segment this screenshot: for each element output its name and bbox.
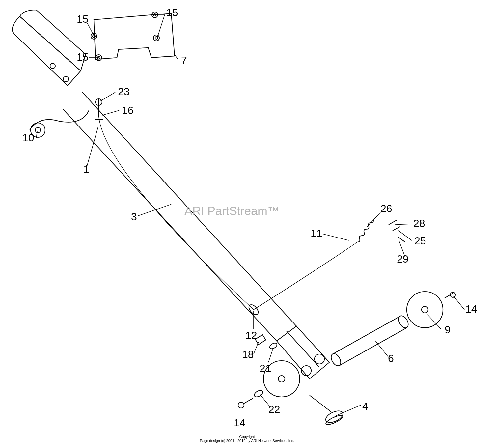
callout-9: 9 [445,324,451,336]
svg-point-25 [324,408,345,425]
callout-4: 4 [362,400,368,412]
svg-point-8 [91,33,97,39]
callout-23: 23 [118,86,130,98]
watermark-text: ARI PartStream™ [184,204,279,218]
callout-21: 21 [260,362,271,375]
svg-point-19 [422,306,428,313]
svg-point-18 [407,292,443,328]
callout-15: 15 [77,13,89,25]
callout-26: 26 [380,203,392,215]
copyright-line1: Copyright [198,435,296,439]
callout-28: 28 [413,217,425,230]
callout-18: 18 [242,349,254,361]
callout-10: 10 [22,132,34,144]
callout-12: 12 [245,329,257,342]
svg-point-3 [35,127,41,133]
svg-point-27 [269,342,278,350]
svg-point-22 [278,376,285,382]
svg-point-5 [315,354,324,364]
svg-point-1 [63,76,69,82]
parts-diagram: 15 15 15 7 23 16 10 1 3 11 26 28 25 29 1… [0,0,494,448]
callout-15: 15 [166,7,178,19]
callout-16: 16 [122,104,134,117]
callout-29: 29 [397,253,409,265]
callout-14: 14 [465,303,477,315]
svg-point-24 [238,402,244,408]
svg-point-14 [153,35,159,41]
callout-25: 25 [414,235,426,247]
callout-1: 1 [83,163,89,175]
callout-11: 11 [311,227,322,239]
svg-point-0 [50,63,55,69]
callout-6: 6 [388,352,394,365]
callout-22: 22 [268,404,280,416]
copyright-line2: Page design (c) 2004 - 2019 by ARI Netwo… [184,439,310,443]
callout-14: 14 [234,417,246,429]
callout-15: 15 [77,51,89,63]
callout-3: 3 [131,211,137,223]
callout-7: 7 [181,54,187,67]
